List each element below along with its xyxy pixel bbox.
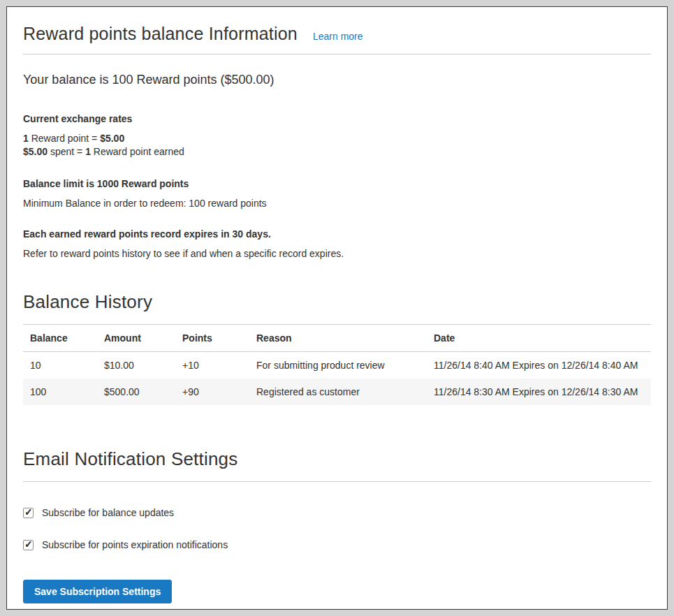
column-header-amount: Amount (97, 325, 175, 352)
email-settings-header: Email Notification Settings (23, 448, 651, 482)
cell-balance: 10 (23, 352, 97, 379)
page-title: Reward points balance Information (23, 24, 298, 44)
minimum-redeem-text: Minimum Balance in order to redeem: 100 … (23, 198, 651, 209)
cell-reason: Registered as customer (249, 379, 427, 405)
page-frame: Reward points balance Information Learn … (0, 0, 674, 616)
subscribe-balance-updates-row[interactable]: Subscribe for balance updates (23, 507, 651, 518)
expiry-text: Each earned reward points record expires… (23, 228, 651, 240)
subscribe-balance-updates-checkbox[interactable] (23, 508, 34, 518)
subscribe-expiration-notifications-row[interactable]: Subscribe for points expiration notifica… (23, 539, 651, 550)
column-header-reason: Reason (249, 325, 427, 352)
exchange-rate-2-suffix: Reward point earned (91, 146, 184, 157)
exchange-rate-line-2: $5.00 spent = 1 Reward point earned (23, 145, 651, 159)
column-header-date: Date (427, 325, 651, 352)
cell-points: +10 (175, 352, 249, 379)
exchange-rates-heading: Current exchange rates (23, 113, 651, 124)
balance-history-heading: Balance History (23, 291, 651, 313)
exchange-rate-2-value: $5.00 (23, 146, 47, 157)
cell-balance: 100 (23, 379, 97, 405)
expiry-note-text: Refer to reward points history to see if… (23, 248, 651, 259)
subscribe-balance-updates-label: Subscribe for balance updates (42, 507, 174, 518)
subscribe-expiration-notifications-checkbox[interactable] (23, 540, 34, 550)
reward-points-panel: Reward points balance Information Learn … (6, 6, 668, 610)
exchange-rate-1-points: 1 (23, 133, 29, 144)
exchange-rate-1-text: Reward point = (29, 133, 100, 144)
exchange-rate-line-1: 1 Reward point = $5.00 (23, 132, 651, 145)
exchange-rate-2-points: 1 (85, 146, 91, 157)
cell-date: 11/26/14 8:40 AM Expires on 12/26/14 8:4… (427, 352, 651, 379)
column-header-points: Points (175, 325, 249, 352)
cell-amount: $500.00 (97, 379, 175, 405)
cell-points: +90 (175, 379, 249, 405)
cell-amount: $10.00 (97, 352, 175, 379)
cell-date: 11/26/14 8:30 AM Expires on 12/26/14 8:3… (427, 379, 651, 405)
learn-more-link[interactable]: Learn more (313, 31, 363, 42)
table-row: 100 $500.00 +90 Registered as customer 1… (23, 379, 651, 405)
balance-limit-text: Balance limit is 1000 Reward points (23, 178, 651, 189)
cell-reason: For submitting product review (249, 352, 427, 379)
exchange-rate-2-text: spent = (47, 146, 85, 157)
balance-summary: Your balance is 100 Reward points ($500.… (23, 73, 651, 87)
subscribe-expiration-notifications-label: Subscribe for points expiration notifica… (42, 539, 228, 550)
exchange-rate-1-value: $5.00 (100, 133, 124, 144)
table-header-row: Balance Amount Points Reason Date (23, 325, 651, 352)
balance-history-table: Balance Amount Points Reason Date 10 $10… (23, 324, 651, 405)
email-settings-heading: Email Notification Settings (23, 448, 651, 470)
page-header: Reward points balance Information Learn … (23, 7, 651, 54)
table-row: 10 $10.00 +10 For submitting product rev… (23, 352, 651, 379)
column-header-balance: Balance (23, 325, 97, 352)
save-subscription-settings-button[interactable]: Save Subscription Settings (23, 580, 172, 603)
